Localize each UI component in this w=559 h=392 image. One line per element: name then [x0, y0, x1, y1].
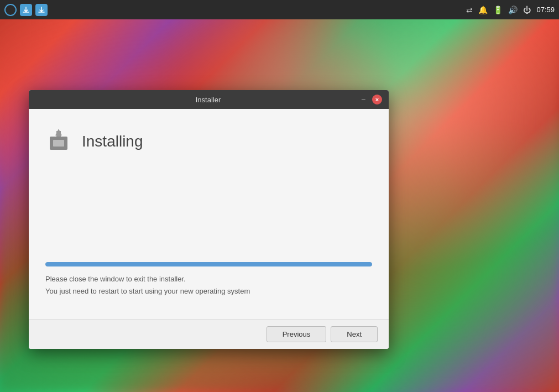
- taskbar-download2-icon[interactable]: [35, 4, 48, 16]
- battery-icon: 🔋: [493, 6, 503, 14]
- svg-rect-1: [53, 140, 64, 147]
- minimize-button[interactable]: −: [359, 95, 368, 104]
- window-titlebar: Installer − ×: [29, 90, 389, 109]
- progress-messages: Please close the window to exit the inst…: [45, 273, 372, 297]
- clock: 07:59: [536, 6, 555, 14]
- window-footer: Previous Next: [29, 319, 389, 349]
- power-icon: ⏻: [523, 6, 531, 14]
- installing-icon: [45, 126, 72, 157]
- progress-message-1: Please close the window to exit the inst…: [45, 273, 372, 285]
- taskbar: ⇄ 🔔 🔋 🔊 ⏻ 07:59: [0, 0, 559, 19]
- installer-window: Installer − × Installing: [29, 90, 389, 349]
- progress-area: Please close the window to exit the inst…: [45, 174, 372, 297]
- window-title: Installer: [58, 96, 359, 104]
- connections-icon: ⇄: [466, 6, 473, 14]
- notifications-icon: 🔔: [478, 6, 488, 14]
- taskbar-download1-icon[interactable]: [20, 4, 32, 16]
- progress-message-2: You just need to restart to start using …: [45, 285, 372, 297]
- previous-button[interactable]: Previous: [267, 326, 327, 342]
- taskbar-left: [4, 4, 48, 16]
- desktop: ⇄ 🔔 🔋 🔊 ⏻ 07:59 Installer − ×: [0, 0, 559, 392]
- install-title: Installing: [82, 133, 143, 150]
- next-button[interactable]: Next: [331, 326, 378, 342]
- taskbar-right: ⇄ 🔔 🔋 🔊 ⏻ 07:59: [466, 6, 555, 14]
- progress-bar-container: [45, 262, 372, 266]
- svg-rect-3: [56, 131, 61, 137]
- install-header: Installing: [45, 126, 372, 157]
- window-content: Installing Please close the window to ex…: [29, 109, 389, 319]
- window-controls: − ×: [359, 95, 382, 104]
- volume-icon: 🔊: [508, 6, 518, 14]
- close-button[interactable]: ×: [372, 95, 382, 104]
- taskbar-circle-icon[interactable]: [4, 4, 17, 16]
- progress-bar-fill: [45, 262, 372, 266]
